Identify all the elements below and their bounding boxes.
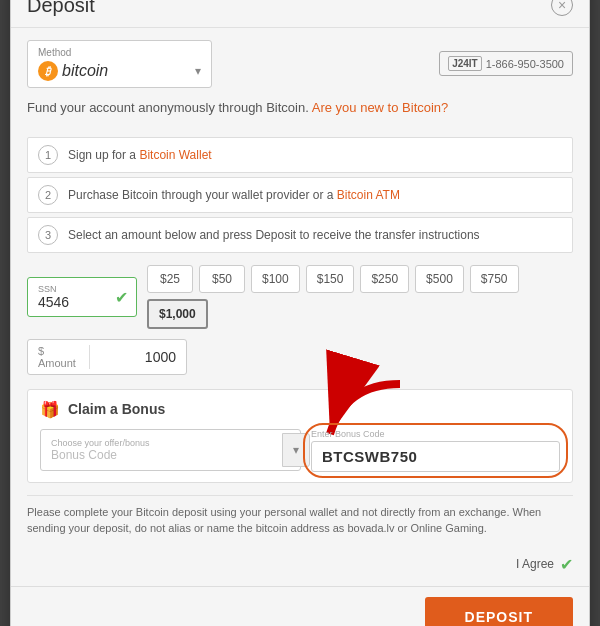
amount-input[interactable]	[96, 349, 176, 365]
step-1-num: 1	[38, 145, 58, 165]
bonus-inputs: Choose your offer/bonus Bonus Code ▾ Ent…	[40, 429, 560, 472]
step-1: 1 Sign up for a Bitcoin Wallet	[27, 137, 573, 173]
agree-text: I Agree	[516, 557, 554, 571]
step-3: 3 Select an amount below and press Depos…	[27, 217, 573, 253]
step-2-text: Purchase Bitcoin through your wallet pro…	[68, 188, 400, 202]
bitcoin-wallet-link[interactable]: Bitcoin Wallet	[139, 148, 211, 162]
bonus-code-input[interactable]	[311, 441, 560, 472]
bonus-header: 🎁 Claim a Bonus	[40, 400, 560, 419]
gift-icon: 🎁	[40, 400, 60, 419]
modal-header: Deposit ×	[11, 0, 589, 28]
bonus-section: 🎁 Claim a Bonus	[27, 389, 573, 483]
bitcoin-icon: ₿	[38, 61, 58, 81]
bonus-title: Claim a Bonus	[68, 401, 165, 417]
step-1-text: Sign up for a Bitcoin Wallet	[68, 148, 212, 162]
bitcoin-logo: ₿ bitcoin	[38, 61, 108, 81]
method-label: Method	[38, 47, 201, 58]
bitcoin-text: bitcoin	[62, 62, 108, 80]
amount-btn-150[interactable]: $150	[306, 265, 355, 293]
bonus-offer-select[interactable]: Choose your offer/bonus Bonus Code ▾	[40, 429, 301, 471]
close-button[interactable]: ×	[551, 0, 573, 16]
info-text: Fund your account anonymously through Bi…	[27, 100, 573, 125]
agree-row: I Agree ✔	[27, 555, 573, 574]
amount-input-wrapper: $ Amount	[27, 339, 573, 375]
steps: 1 Sign up for a Bitcoin Wallet 2 Purchas…	[27, 137, 573, 253]
ssn-field: SSN 4546 ✔	[27, 277, 137, 317]
bonus-chevron-icon: ▾	[282, 433, 310, 467]
amount-btn-1000[interactable]: $1,000	[147, 299, 208, 329]
agree-check-icon: ✔	[560, 555, 573, 574]
step-2-num: 2	[38, 185, 58, 205]
amount-btn-25[interactable]: $25	[147, 265, 193, 293]
new-to-bitcoin-link[interactable]: Are you new to Bitcoin?	[312, 100, 449, 115]
modal-body: Method ₿ bitcoin ▾ J24IT 1-866-950-3500	[11, 28, 589, 586]
bonus-select-placeholder: Bonus Code	[51, 448, 274, 462]
ssn-label: SSN	[38, 284, 126, 294]
amount-btn-750[interactable]: $750	[470, 265, 519, 293]
disclaimer: Please complete your Bitcoin deposit usi…	[27, 495, 573, 545]
ssn-amount-row: SSN 4546 ✔ $25 $50 $100 $150 $250 $500 $…	[27, 265, 573, 329]
amount-buttons: $25 $50 $100 $150 $250 $500 $750 $1,000	[147, 265, 573, 329]
amount-prefix: $ Amount	[38, 345, 90, 369]
method-select[interactable]: Method ₿ bitcoin ▾	[27, 40, 212, 88]
bitcoin-atm-link[interactable]: Bitcoin ATM	[337, 188, 400, 202]
step-3-text: Select an amount below and press Deposit…	[68, 228, 480, 242]
amount-input-row: $ Amount	[27, 339, 187, 375]
bonus-select-label-wrapper: Choose your offer/bonus Bonus Code	[51, 438, 274, 462]
ssn-check-icon: ✔	[115, 287, 128, 306]
amount-btn-50[interactable]: $50	[199, 265, 245, 293]
step-3-num: 3	[38, 225, 58, 245]
bonus-code-label: Enter Bonus Code	[311, 429, 560, 439]
bonus-select-small-label: Choose your offer/bonus	[51, 438, 274, 448]
disclaimer-text: Please complete your Bitcoin deposit usi…	[27, 506, 541, 535]
support-logo: J24IT	[448, 56, 482, 71]
deposit-button[interactable]: DEPOSIT	[425, 597, 573, 627]
amount-btn-500[interactable]: $500	[415, 265, 464, 293]
method-row: Method ₿ bitcoin ▾ J24IT 1-866-950-3500	[27, 40, 573, 88]
support-phone: 1-866-950-3500	[486, 58, 564, 70]
support-badge: J24IT 1-866-950-3500	[439, 51, 573, 76]
deposit-modal: Deposit × Method ₿ bitcoin ▾ J24IT	[10, 0, 590, 626]
step-2: 2 Purchase Bitcoin through your wallet p…	[27, 177, 573, 213]
amount-btn-100[interactable]: $100	[251, 265, 300, 293]
modal-title: Deposit	[27, 0, 95, 17]
bonus-code-container: Enter Bonus Code	[311, 429, 560, 472]
modal-footer: DEPOSIT	[11, 586, 589, 627]
ssn-value: 4546	[38, 294, 126, 310]
chevron-down-icon: ▾	[195, 64, 201, 78]
amount-btn-250[interactable]: $250	[360, 265, 409, 293]
method-inner: ₿ bitcoin ▾	[38, 61, 201, 81]
